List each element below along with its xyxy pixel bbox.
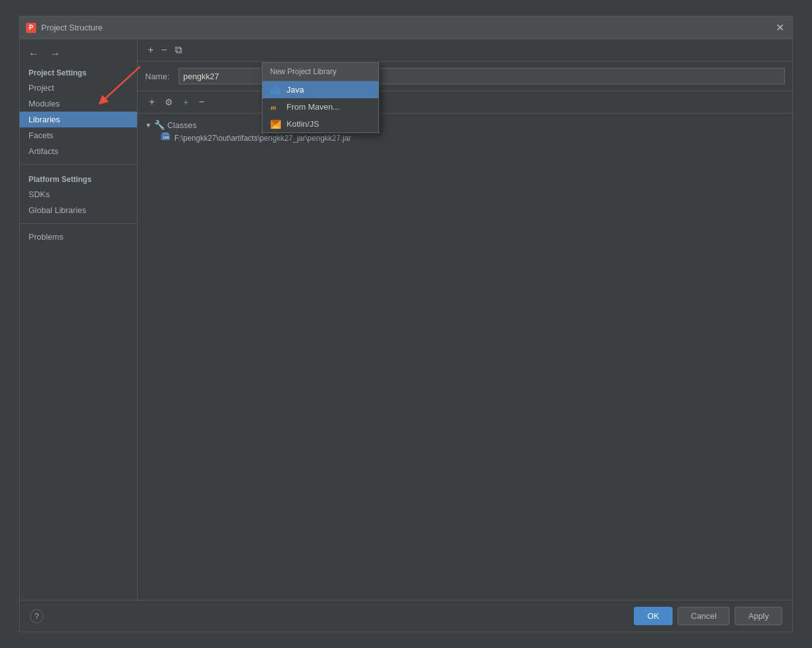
- tree-root[interactable]: ▼ 🔧 Classes: [145, 119, 785, 131]
- help-button[interactable]: ?: [30, 609, 44, 623]
- sidebar-item-global-libraries[interactable]: Global Libraries: [20, 202, 137, 218]
- java-icon: [270, 86, 281, 94]
- kotlinjs-icon: [270, 120, 281, 129]
- sidebar-item-project[interactable]: Project: [20, 80, 137, 96]
- dropdown-item-kotlinjs[interactable]: Kotlin/JS: [262, 115, 378, 133]
- jar-icon: JAR: [160, 133, 171, 143]
- sidebar-divider: [20, 164, 137, 165]
- name-row: Name:: [138, 62, 792, 91]
- name-label: Name:: [145, 72, 174, 81]
- svg-rect-3: [273, 87, 275, 94]
- svg-rect-4: [276, 86, 278, 94]
- add-content-button[interactable]: +: [145, 95, 158, 109]
- title-bar-text: Project Structure: [41, 23, 773, 32]
- bottom-bar: ? OK Cancel Apply: [20, 600, 792, 632]
- maven-icon: m: [270, 103, 281, 112]
- platform-settings-label: Platform Settings: [20, 170, 137, 186]
- tree-child-item[interactable]: JAR F:\pengkk27\out\artifacts\pengkk27_j…: [160, 131, 785, 145]
- bottom-left: ?: [30, 609, 44, 623]
- main-content: ← → Project Settings Project: [20, 39, 792, 600]
- back-button[interactable]: ←: [25, 47, 42, 61]
- cancel-button[interactable]: Cancel: [678, 607, 730, 625]
- apply-button[interactable]: Apply: [735, 607, 782, 625]
- dropdown-item-java[interactable]: Java: [262, 81, 378, 98]
- svg-rect-12: [162, 133, 169, 134]
- svg-text:m: m: [271, 103, 276, 111]
- dropdown-item-maven[interactable]: m From Maven...: [262, 98, 378, 115]
- right-panel: + − ⧉ New Project Library: [138, 39, 792, 600]
- right-toolbar: + − ⧉ New Project Library: [138, 39, 792, 62]
- close-button[interactable]: ✕: [773, 22, 786, 34]
- svg-rect-5: [278, 88, 280, 94]
- sidebar-item-libraries[interactable]: Libraries: [20, 112, 137, 127]
- configure-content-button[interactable]: ⚙: [161, 96, 177, 108]
- forward-button[interactable]: →: [46, 47, 64, 61]
- ok-button[interactable]: OK: [634, 607, 673, 625]
- app-icon: P: [26, 23, 36, 33]
- sidebar-item-facets[interactable]: Facets: [20, 127, 137, 143]
- remove-library-button[interactable]: −: [157, 43, 171, 57]
- sidebar-item-modules[interactable]: Modules: [20, 96, 137, 112]
- svg-rect-2: [271, 89, 273, 94]
- sidebar-item-artifacts[interactable]: Artifacts: [20, 143, 137, 159]
- classes-icon: 🔧: [154, 120, 165, 130]
- sidebar: ← → Project Settings Project: [20, 39, 138, 600]
- tree-arrow: ▼: [145, 122, 151, 129]
- content-toolbar: + ⚙ + −: [138, 91, 792, 113]
- dropdown-header: New Project Library: [262, 63, 378, 81]
- svg-text:JAR: JAR: [162, 135, 169, 139]
- project-structure-dialog: P Project Structure ✕ ← →: [19, 16, 793, 632]
- new-project-library-dropdown: New Project Library Java: [262, 62, 379, 133]
- title-bar: P Project Structure ✕: [20, 16, 792, 39]
- remove-content-button[interactable]: −: [195, 95, 209, 109]
- add-library-button[interactable]: +: [144, 43, 157, 57]
- add-jar-button[interactable]: +: [179, 96, 192, 108]
- sidebar-item-sdks[interactable]: SDKs: [20, 186, 137, 202]
- sidebar-item-problems[interactable]: Problems: [20, 229, 137, 245]
- content-area: ▼ 🔧 Classes JAR F:\pengkk27\out\artifact…: [138, 113, 792, 600]
- bottom-right: OK Cancel Apply: [634, 607, 782, 625]
- copy-library-button[interactable]: ⧉: [171, 43, 186, 57]
- sidebar-divider-2: [20, 223, 137, 224]
- project-settings-label: Project Settings: [20, 63, 137, 80]
